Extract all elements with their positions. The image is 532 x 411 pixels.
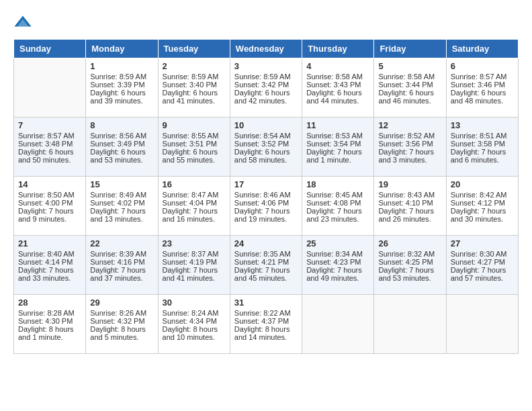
day-number: 23 (163, 238, 226, 248)
calendar-cell: 21Sunrise: 8:40 AMSunset: 4:14 PMDayligh… (14, 236, 86, 295)
sunrise: Sunrise: 8:26 AM (90, 309, 146, 317)
sunrise: Sunrise: 8:28 AM (18, 309, 75, 317)
daylight: Daylight: 6 hours and 41 minutes. (163, 89, 218, 105)
sunset: Sunset: 4:27 PM (451, 258, 505, 266)
daylight: Daylight: 6 hours and 48 minutes. (451, 89, 506, 105)
sunset: Sunset: 4:04 PM (163, 199, 217, 207)
daylight: Daylight: 8 hours and 14 minutes. (234, 325, 290, 341)
day-header-thursday: Thursday (302, 40, 374, 58)
calendar-cell: 9Sunrise: 8:55 AMSunset: 3:51 PMDaylight… (158, 118, 230, 177)
daylight: Daylight: 8 hours and 10 minutes. (163, 325, 218, 341)
sunset: Sunset: 3:39 PM (90, 81, 144, 89)
sunrise: Sunrise: 8:52 AM (378, 132, 435, 140)
day-header-tuesday: Tuesday (158, 40, 230, 58)
sunrise: Sunrise: 8:43 AM (378, 191, 435, 199)
day-number: 2 (163, 61, 226, 71)
sunrise: Sunrise: 8:51 AM (451, 132, 507, 140)
calendar-week-2: 7Sunrise: 8:57 AMSunset: 3:48 PMDaylight… (14, 118, 519, 177)
days-row: SundayMondayTuesdayWednesdayThursdayFrid… (14, 40, 519, 58)
calendar-cell: 26Sunrise: 8:32 AMSunset: 4:25 PMDayligh… (374, 236, 446, 295)
day-number: 5 (378, 61, 441, 71)
sunset: Sunset: 3:52 PM (234, 140, 289, 148)
sunset: Sunset: 4:12 PM (451, 199, 505, 207)
sunset: Sunset: 4:21 PM (234, 258, 289, 266)
sunrise: Sunrise: 8:40 AM (18, 250, 75, 258)
calendar-cell: 6Sunrise: 8:57 AMSunset: 3:46 PMDaylight… (446, 58, 518, 118)
calendar-cell: 12Sunrise: 8:52 AMSunset: 3:56 PMDayligh… (374, 118, 446, 177)
calendar-cell: 31Sunrise: 8:22 AMSunset: 4:37 PMDayligh… (230, 295, 302, 354)
daylight: Daylight: 7 hours and 3 minutes. (378, 148, 434, 164)
calendar-week-4: 21Sunrise: 8:40 AMSunset: 4:14 PMDayligh… (14, 236, 519, 295)
sunset: Sunset: 4:02 PM (90, 199, 144, 207)
day-number: 15 (90, 179, 153, 189)
day-header-monday: Monday (86, 40, 158, 58)
daylight: Daylight: 6 hours and 46 minutes. (378, 89, 434, 105)
day-number: 4 (306, 61, 369, 71)
day-number: 11 (306, 120, 369, 130)
day-number: 27 (451, 238, 514, 248)
daylight: Daylight: 7 hours and 37 minutes. (90, 266, 146, 282)
daylight: Daylight: 6 hours and 55 minutes. (163, 148, 218, 164)
day-number: 26 (378, 238, 441, 248)
day-number: 31 (234, 298, 298, 308)
daylight: Daylight: 7 hours and 16 minutes. (163, 207, 218, 223)
calendar-header: SundayMondayTuesdayWednesdayThursdayFrid… (14, 40, 519, 58)
day-number: 24 (234, 238, 298, 248)
sunset: Sunset: 4:19 PM (163, 258, 217, 266)
daylight: Daylight: 7 hours and 23 minutes. (306, 207, 362, 223)
logo (13, 13, 35, 32)
sunrise: Sunrise: 8:50 AM (18, 191, 75, 199)
calendar-cell: 17Sunrise: 8:46 AMSunset: 4:06 PMDayligh… (230, 177, 302, 236)
calendar-cell: 28Sunrise: 8:28 AMSunset: 4:30 PMDayligh… (14, 295, 86, 354)
sunrise: Sunrise: 8:55 AM (163, 132, 219, 140)
sunset: Sunset: 3:40 PM (163, 81, 217, 89)
sunset: Sunset: 4:06 PM (234, 199, 289, 207)
calendar-body: 1Sunrise: 8:59 AMSunset: 3:39 PMDaylight… (14, 58, 519, 354)
daylight: Daylight: 7 hours and 53 minutes. (378, 266, 434, 282)
sunrise: Sunrise: 8:42 AM (451, 191, 507, 199)
daylight: Daylight: 8 hours and 5 minutes. (90, 325, 146, 341)
calendar-cell: 13Sunrise: 8:51 AMSunset: 3:58 PMDayligh… (446, 118, 518, 177)
daylight: Daylight: 7 hours and 1 minute. (306, 148, 362, 164)
calendar-cell: 29Sunrise: 8:26 AMSunset: 4:32 PMDayligh… (86, 295, 158, 354)
sunrise: Sunrise: 8:59 AM (163, 73, 219, 81)
day-number: 20 (451, 179, 514, 189)
daylight: Daylight: 7 hours and 45 minutes. (234, 266, 290, 282)
calendar-cell: 5Sunrise: 8:58 AMSunset: 3:44 PMDaylight… (374, 58, 446, 118)
sunset: Sunset: 3:43 PM (306, 81, 361, 89)
day-number: 12 (378, 120, 441, 130)
calendar-cell: 10Sunrise: 8:54 AMSunset: 3:52 PMDayligh… (230, 118, 302, 177)
daylight: Daylight: 7 hours and 41 minutes. (163, 266, 218, 282)
sunrise: Sunrise: 8:57 AM (18, 132, 75, 140)
day-number: 10 (234, 120, 298, 130)
sunset: Sunset: 3:54 PM (306, 140, 361, 148)
daylight: Daylight: 6 hours and 50 minutes. (18, 148, 74, 164)
calendar-cell: 1Sunrise: 8:59 AMSunset: 3:39 PMDaylight… (86, 58, 158, 118)
sunset: Sunset: 3:46 PM (451, 81, 505, 89)
sunrise: Sunrise: 8:58 AM (306, 73, 363, 81)
sunrise: Sunrise: 8:54 AM (234, 132, 291, 140)
sunrise: Sunrise: 8:37 AM (163, 250, 219, 258)
calendar-cell (374, 295, 446, 354)
day-number: 18 (306, 179, 369, 189)
calendar-cell: 8Sunrise: 8:56 AMSunset: 3:49 PMDaylight… (86, 118, 158, 177)
daylight: Daylight: 7 hours and 26 minutes. (378, 207, 434, 223)
sunrise: Sunrise: 8:59 AM (234, 73, 291, 81)
sunrise: Sunrise: 8:30 AM (451, 250, 507, 258)
calendar-cell: 11Sunrise: 8:53 AMSunset: 3:54 PMDayligh… (302, 118, 374, 177)
daylight: Daylight: 6 hours and 53 minutes. (90, 148, 146, 164)
calendar-cell: 30Sunrise: 8:24 AMSunset: 4:34 PMDayligh… (158, 295, 230, 354)
sunset: Sunset: 4:32 PM (90, 317, 144, 325)
day-number: 14 (18, 179, 81, 189)
daylight: Daylight: 7 hours and 33 minutes. (18, 266, 74, 282)
sunrise: Sunrise: 8:45 AM (306, 191, 363, 199)
sunrise: Sunrise: 8:53 AM (306, 132, 363, 140)
day-number: 7 (18, 120, 81, 130)
sunrise: Sunrise: 8:35 AM (234, 250, 291, 258)
sunset: Sunset: 4:16 PM (90, 258, 144, 266)
day-header-wednesday: Wednesday (230, 40, 302, 58)
daylight: Daylight: 7 hours and 6 minutes. (451, 148, 506, 164)
day-number: 28 (18, 298, 81, 308)
day-number: 17 (234, 179, 298, 189)
calendar-cell: 18Sunrise: 8:45 AMSunset: 4:08 PMDayligh… (302, 177, 374, 236)
